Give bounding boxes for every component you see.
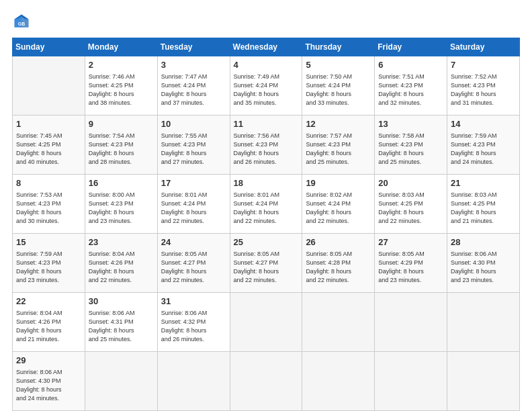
- calendar-cell: 26Sunrise: 8:05 AM Sunset: 4:28 PM Dayli…: [302, 234, 375, 293]
- day-info: Sunrise: 8:05 AM Sunset: 4:27 PM Dayligh…: [161, 250, 226, 285]
- calendar-cell: 21Sunrise: 8:03 AM Sunset: 4:25 PM Dayli…: [447, 175, 520, 234]
- day-number: 28: [451, 236, 516, 248]
- calendar-cell: [447, 352, 520, 411]
- week-row-2: 8Sunrise: 7:53 AM Sunset: 4:23 PM Daylig…: [13, 175, 520, 234]
- calendar-cell: 11Sunrise: 7:56 AM Sunset: 4:23 PM Dayli…: [230, 116, 302, 175]
- day-info: Sunrise: 8:00 AM Sunset: 4:23 PM Dayligh…: [89, 191, 154, 226]
- week-row-0: 2Sunrise: 7:46 AM Sunset: 4:25 PM Daylig…: [13, 56, 520, 116]
- day-info: Sunrise: 8:03 AM Sunset: 4:25 PM Dayligh…: [378, 191, 443, 226]
- day-info: Sunrise: 7:58 AM Sunset: 4:23 PM Dayligh…: [378, 132, 443, 167]
- page: GB SundayMondayTuesdayWednesdayThursdayF…: [0, 0, 532, 411]
- calendar-cell: 15Sunrise: 7:59 AM Sunset: 4:23 PM Dayli…: [13, 234, 85, 293]
- day-info: Sunrise: 7:59 AM Sunset: 4:23 PM Dayligh…: [451, 132, 516, 167]
- calendar-cell: 19Sunrise: 8:02 AM Sunset: 4:24 PM Dayli…: [302, 175, 375, 234]
- calendar-cell: 23Sunrise: 8:04 AM Sunset: 4:26 PM Dayli…: [85, 234, 157, 293]
- week-row-4: 22Sunrise: 8:04 AM Sunset: 4:26 PM Dayli…: [13, 293, 520, 352]
- day-number: 26: [306, 236, 371, 248]
- day-number: 11: [234, 118, 299, 130]
- day-number: 20: [378, 177, 443, 189]
- weekday-header-wednesday: Wednesday: [230, 38, 302, 56]
- day-info: Sunrise: 7:55 AM Sunset: 4:23 PM Dayligh…: [161, 132, 226, 167]
- day-info: Sunrise: 8:06 AM Sunset: 4:31 PM Dayligh…: [89, 309, 154, 344]
- calendar-cell: 1Sunrise: 7:45 AM Sunset: 4:25 PM Daylig…: [13, 116, 85, 175]
- day-number: 25: [234, 236, 299, 248]
- day-number: 16: [89, 177, 154, 189]
- day-info: Sunrise: 7:54 AM Sunset: 4:23 PM Dayligh…: [89, 132, 154, 167]
- weekday-header-sunday: Sunday: [13, 38, 85, 56]
- calendar-cell: [375, 293, 447, 352]
- day-info: Sunrise: 7:50 AM Sunset: 4:24 PM Dayligh…: [306, 73, 371, 107]
- day-number: 23: [89, 236, 154, 248]
- calendar-cell: 6Sunrise: 7:51 AM Sunset: 4:23 PM Daylig…: [375, 56, 447, 116]
- week-row-3: 15Sunrise: 7:59 AM Sunset: 4:23 PM Dayli…: [13, 234, 520, 293]
- day-info: Sunrise: 8:01 AM Sunset: 4:24 PM Dayligh…: [234, 191, 299, 226]
- calendar-cell: [85, 352, 157, 411]
- day-info: Sunrise: 8:03 AM Sunset: 4:25 PM Dayligh…: [451, 191, 516, 226]
- day-number: 12: [306, 118, 371, 130]
- day-number: 30: [89, 295, 154, 308]
- day-number: 2: [89, 59, 154, 71]
- calendar-cell: 17Sunrise: 8:01 AM Sunset: 4:24 PM Dayli…: [157, 175, 230, 234]
- day-number: 7: [451, 59, 516, 71]
- calendar-cell: [230, 352, 302, 411]
- day-info: Sunrise: 8:06 AM Sunset: 4:30 PM Dayligh…: [451, 250, 516, 285]
- calendar-cell: [13, 56, 85, 116]
- day-info: Sunrise: 7:51 AM Sunset: 4:23 PM Dayligh…: [378, 73, 443, 107]
- day-number: 1: [16, 118, 81, 130]
- day-number: 3: [161, 59, 226, 71]
- day-number: 17: [161, 177, 226, 189]
- weekday-header-friday: Friday: [375, 38, 447, 56]
- day-number: 9: [89, 118, 154, 130]
- day-number: 4: [234, 59, 299, 71]
- calendar-cell: 10Sunrise: 7:55 AM Sunset: 4:23 PM Dayli…: [157, 116, 230, 175]
- day-info: Sunrise: 7:52 AM Sunset: 4:23 PM Dayligh…: [451, 73, 516, 107]
- day-number: 15: [16, 236, 81, 248]
- calendar-cell: 16Sunrise: 8:00 AM Sunset: 4:23 PM Dayli…: [85, 175, 157, 234]
- day-number: 13: [378, 118, 443, 130]
- calendar-cell: 27Sunrise: 8:05 AM Sunset: 4:29 PM Dayli…: [375, 234, 447, 293]
- calendar-cell: [447, 293, 520, 352]
- calendar-table: SundayMondayTuesdayWednesdayThursdayFrid…: [12, 38, 520, 411]
- calendar-cell: 24Sunrise: 8:05 AM Sunset: 4:27 PM Dayli…: [157, 234, 230, 293]
- day-number: 27: [378, 236, 443, 248]
- day-number: 29: [16, 355, 81, 367]
- day-info: Sunrise: 7:45 AM Sunset: 4:25 PM Dayligh…: [16, 132, 81, 167]
- day-info: Sunrise: 7:59 AM Sunset: 4:23 PM Dayligh…: [16, 250, 81, 285]
- calendar-cell: [157, 352, 230, 411]
- day-info: Sunrise: 8:06 AM Sunset: 4:30 PM Dayligh…: [16, 368, 81, 403]
- weekday-header-thursday: Thursday: [302, 38, 375, 56]
- day-number: 21: [451, 177, 516, 189]
- weekday-header-row: SundayMondayTuesdayWednesdayThursdayFrid…: [13, 38, 520, 56]
- day-info: Sunrise: 8:06 AM Sunset: 4:32 PM Dayligh…: [161, 309, 226, 344]
- day-number: 24: [161, 236, 226, 248]
- calendar-cell: 18Sunrise: 8:01 AM Sunset: 4:24 PM Dayli…: [230, 175, 302, 234]
- weekday-header-saturday: Saturday: [447, 38, 520, 56]
- day-number: 5: [306, 59, 371, 71]
- day-info: Sunrise: 7:53 AM Sunset: 4:23 PM Dayligh…: [16, 191, 81, 226]
- calendar-cell: 20Sunrise: 8:03 AM Sunset: 4:25 PM Dayli…: [375, 175, 447, 234]
- day-number: 18: [234, 177, 299, 189]
- day-info: Sunrise: 7:57 AM Sunset: 4:23 PM Dayligh…: [306, 132, 371, 167]
- calendar-cell: 30Sunrise: 8:06 AM Sunset: 4:31 PM Dayli…: [85, 293, 157, 352]
- day-info: Sunrise: 8:04 AM Sunset: 4:26 PM Dayligh…: [16, 309, 81, 344]
- day-info: Sunrise: 8:05 AM Sunset: 4:27 PM Dayligh…: [234, 250, 299, 285]
- day-number: 19: [306, 177, 371, 189]
- day-info: Sunrise: 7:56 AM Sunset: 4:23 PM Dayligh…: [234, 132, 299, 167]
- calendar-cell: 31Sunrise: 8:06 AM Sunset: 4:32 PM Dayli…: [157, 293, 230, 352]
- calendar-cell: [230, 293, 302, 352]
- weekday-header-tuesday: Tuesday: [157, 38, 230, 56]
- logo: GB: [12, 12, 34, 31]
- calendar-cell: 9Sunrise: 7:54 AM Sunset: 4:23 PM Daylig…: [85, 116, 157, 175]
- day-info: Sunrise: 8:04 AM Sunset: 4:26 PM Dayligh…: [89, 250, 154, 285]
- calendar-cell: 25Sunrise: 8:05 AM Sunset: 4:27 PM Dayli…: [230, 234, 302, 293]
- day-number: 6: [378, 59, 443, 71]
- header: GB: [12, 12, 520, 31]
- day-info: Sunrise: 8:05 AM Sunset: 4:29 PM Dayligh…: [378, 250, 443, 285]
- day-number: 22: [16, 295, 81, 308]
- day-number: 14: [451, 118, 516, 130]
- logo-icon: GB: [12, 12, 31, 31]
- day-info: Sunrise: 7:49 AM Sunset: 4:24 PM Dayligh…: [234, 73, 299, 107]
- day-number: 8: [16, 177, 81, 189]
- calendar-cell: 12Sunrise: 7:57 AM Sunset: 4:23 PM Dayli…: [302, 116, 375, 175]
- calendar-cell: [302, 352, 375, 411]
